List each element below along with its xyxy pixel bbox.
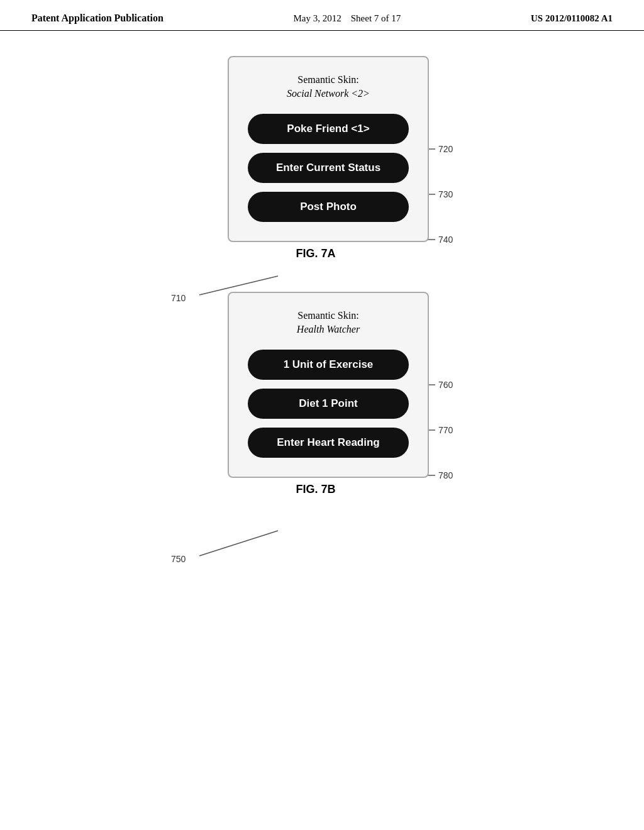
fig7b-device: Semantic Skin: Health Watcher 1 Unit of … [228,292,404,496]
fig7a-button-3[interactable]: Post Photo [248,192,409,222]
sheet-label: Sheet 7 of 17 [351,13,401,23]
date-sheet-label: May 3, 2012 Sheet 7 of 17 [293,13,401,24]
label-770: 770 [438,425,453,435]
fig7b-title: Semantic Skin: Health Watcher [248,309,409,337]
fig7a-box: Semantic Skin: Social Network <2> Poke F… [228,56,429,242]
page-header: Patent Application Publication May 3, 20… [0,0,644,31]
label-720: 720 [438,144,453,154]
label-780: 780 [438,470,453,480]
fig7b-button-1[interactable]: 1 Unit of Exercise [248,350,409,380]
fig7a-wrapper: 720 730 740 710 Semantic Skin: Social Ne… [102,56,542,279]
fig7a-button-1[interactable]: Poke Friend <1> [248,114,409,144]
fig7a-label: FIG. 7A [228,247,404,260]
date-label: May 3, 2012 [293,13,341,23]
main-content: 720 730 740 710 Semantic Skin: Social Ne… [0,37,644,534]
svg-line-7 [199,531,278,556]
fig7a-button-2[interactable]: Enter Current Status [248,153,409,183]
label-750: 750 [171,554,186,564]
label-730: 730 [438,189,453,199]
patent-number-label: US 2012/0110082 A1 [531,13,613,24]
patent-publication-label: Patent Application Publication [31,13,164,24]
label-760: 760 [438,380,453,390]
fig7b-box: Semantic Skin: Health Watcher 1 Unit of … [228,292,429,478]
fig7b-wrapper: 760 770 780 750 Semantic Skin: Health Wa… [102,292,542,515]
fig7b-button-2[interactable]: Diet 1 Point [248,389,409,419]
fig7b-button-3[interactable]: Enter Heart Reading [248,428,409,458]
fig7a-device: Semantic Skin: Social Network <2> Poke F… [228,56,404,260]
fig7b-label: FIG. 7B [228,483,404,496]
fig7a-title: Semantic Skin: Social Network <2> [248,73,409,101]
label-740: 740 [438,235,453,245]
